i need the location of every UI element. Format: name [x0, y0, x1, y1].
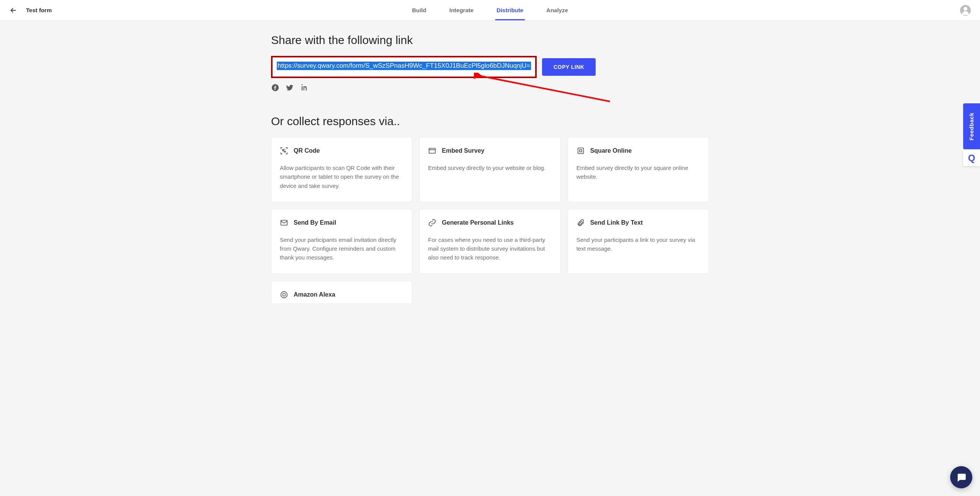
option-send-link-text[interactable]: Send Link By Text Send your participants…: [568, 209, 709, 274]
feedback-tab[interactable]: Feedback: [963, 103, 980, 149]
option-personal-links[interactable]: Generate Personal Links For cases where …: [419, 209, 560, 274]
content-container: Share with the following link https://su…: [271, 34, 709, 304]
tab-analyze[interactable]: Analyze: [535, 0, 580, 20]
card-title: QR Code: [294, 147, 320, 154]
page-body: Share with the following link https://su…: [0, 21, 980, 319]
copy-link-button[interactable]: COPY LINK: [542, 58, 596, 76]
tab-integrate[interactable]: Integrate: [438, 0, 485, 20]
option-amazon-alexa[interactable]: Amazon Alexa: [271, 281, 412, 304]
tab-build[interactable]: Build: [400, 0, 438, 20]
svg-rect-3: [580, 150, 582, 152]
card-desc: Allow participants to scan QR Code with …: [280, 163, 403, 190]
card-title: Embed Survey: [442, 147, 484, 154]
share-url-input[interactable]: https://survey.qwary.com/form/S_wSzSPnas…: [273, 57, 535, 77]
svg-point-5: [281, 291, 287, 298]
card-title: Send Link By Text: [590, 219, 643, 226]
card-title: Generate Personal Links: [442, 219, 514, 226]
card-desc: Embed survey directly to your website or…: [428, 163, 552, 172]
option-qr-code[interactable]: QR Code Allow participants to scan QR Co…: [271, 137, 412, 202]
back-button[interactable]: [9, 6, 18, 15]
twitter-icon[interactable]: [286, 83, 294, 92]
facebook-icon[interactable]: [271, 83, 279, 92]
collect-options-grid: QR Code Allow participants to scan QR Co…: [271, 137, 709, 304]
collect-heading: Or collect responses via..: [271, 115, 709, 128]
chat-icon: [956, 472, 967, 483]
social-share-row: [271, 83, 709, 92]
tab-distribute[interactable]: Distribute: [485, 0, 535, 20]
paperclip-icon: [577, 219, 585, 227]
arrow-left-icon: [9, 6, 18, 15]
option-square-online[interactable]: Square Online Embed survey directly to y…: [568, 137, 709, 202]
link-icon: [428, 219, 436, 227]
mail-icon: [280, 219, 288, 227]
share-row: https://survey.qwary.com/form/S_wSzSPnas…: [271, 56, 709, 78]
form-title: Test form: [26, 7, 52, 13]
card-desc: For cases where you need to use a third-…: [428, 235, 552, 262]
svg-rect-1: [429, 148, 436, 153]
share-url-highlight: https://survey.qwary.com/form/S_wSzSPnas…: [271, 56, 537, 78]
svg-point-6: [283, 293, 285, 296]
chat-fab[interactable]: [950, 466, 972, 488]
share-heading: Share with the following link: [271, 34, 709, 47]
option-send-by-email[interactable]: Send By Email Send your participants ema…: [271, 209, 412, 274]
card-desc: Send your participants a link to your su…: [577, 235, 700, 253]
linkedin-icon[interactable]: [300, 83, 309, 92]
svg-rect-2: [578, 148, 583, 154]
option-embed-survey[interactable]: Embed Survey Embed survey directly to yo…: [419, 137, 560, 202]
brand-badge[interactable]: Q: [963, 150, 980, 166]
share-url-text: https://survey.qwary.com/form/S_wSzSPnas…: [277, 62, 531, 70]
card-title: Send By Email: [294, 219, 336, 226]
nav-tabs: Build Integrate Distribute Analyze: [400, 0, 580, 20]
alexa-icon: [280, 290, 288, 299]
card-title: Square Online: [590, 147, 632, 154]
qr-icon: [280, 147, 288, 155]
avatar[interactable]: [960, 5, 971, 16]
top-bar: Test form Build Integrate Distribute Ana…: [0, 0, 980, 21]
card-desc: Embed survey directly to your square onl…: [577, 163, 700, 181]
card-title: Amazon Alexa: [294, 291, 335, 298]
browser-icon: [428, 147, 436, 155]
card-desc: Send your participants email invitation …: [280, 235, 403, 262]
square-icon: [577, 147, 585, 155]
